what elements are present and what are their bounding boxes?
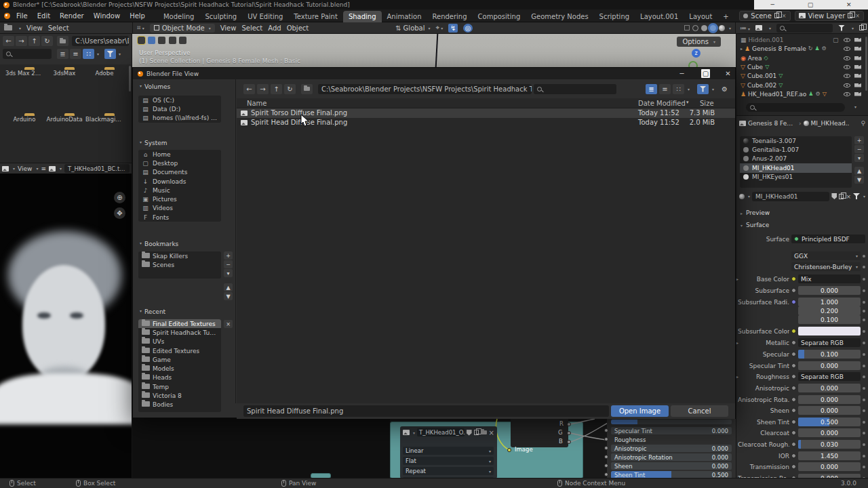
vp-menu-view[interactable]: View	[220, 24, 237, 32]
dialog-maximize-button[interactable]: ▢	[701, 69, 710, 78]
outliner-filter-icon[interactable]	[755, 25, 762, 30]
fb-path-field[interactable]: C:\Users\seabr\Docu...	[72, 36, 129, 46]
minimize-button[interactable]: ─	[770, 1, 774, 8]
clearcoat-slider[interactable]: 0.000	[798, 428, 861, 437]
recent-item[interactable]: Final Edited Textures	[138, 319, 221, 328]
camera-icon[interactable]	[854, 37, 861, 42]
principled-bsdf-node[interactable]: Specular Tint0.000 Roughness Anisotropic…	[607, 419, 736, 478]
dialog-minimize-button[interactable]: ─	[677, 69, 686, 78]
cancel-button[interactable]: Cancel	[671, 405, 728, 417]
camera-icon[interactable]	[854, 73, 861, 78]
animate-dot[interactable]	[863, 455, 865, 458]
dialog-refresh-button[interactable]: ↻	[284, 84, 296, 94]
system-section-header[interactable]: ▾System	[138, 140, 167, 146]
folder-thumbnail[interactable]: Adobe	[85, 70, 123, 77]
eye-icon[interactable]	[844, 92, 850, 96]
sheen-tint-slider[interactable]: 0.500	[798, 418, 861, 426]
camera-icon[interactable]	[854, 46, 861, 51]
camera-icon[interactable]	[854, 64, 861, 69]
fake-user-shield-icon[interactable]	[831, 193, 837, 199]
solid-shading-icon[interactable]	[701, 25, 707, 31]
editor-type-icon[interactable]	[4, 25, 12, 30]
specular-slider[interactable]: 0.100	[798, 350, 861, 359]
material-slot[interactable]: Toenails-3.007	[740, 136, 852, 145]
menu-item[interactable]: Window	[89, 11, 125, 21]
volumes-section-header[interactable]: ▾Volumes	[138, 83, 170, 90]
toggle-xray-icon[interactable]	[684, 25, 690, 30]
roughness-node-field[interactable]: Separate RGB	[798, 372, 861, 381]
recent-section-header[interactable]: ▾Recent	[138, 308, 165, 315]
animate-dot[interactable]	[863, 432, 865, 434]
anisotropic-rotation-slider[interactable]: 0.000	[798, 395, 861, 404]
volume-item[interactable]: ▤homes (\\alfred-fs) (Y:)	[138, 114, 221, 123]
sss-method-dropdown[interactable]: Christensen-Burley▾	[791, 262, 861, 271]
new-view-layer-icon[interactable]	[848, 13, 852, 18]
clearcoat-roughness-slider[interactable]: 0.030	[798, 440, 861, 449]
animate-dot[interactable]	[863, 409, 865, 412]
material-funnel-icon[interactable]	[853, 193, 860, 199]
close-button[interactable]: ✕	[846, 1, 852, 8]
dialog-forward-button[interactable]: →	[257, 84, 269, 94]
column-date[interactable]: Date Modified	[638, 100, 686, 107]
material-name-field[interactable]: MI_HKHead01	[752, 192, 829, 201]
animate-dot[interactable]	[863, 330, 865, 333]
new-scene-icon[interactable]	[774, 13, 779, 18]
file-row[interactable]: Spirit Head Diffuse Final.png Today 11:5…	[237, 118, 735, 127]
animate-dot[interactable]	[863, 443, 865, 446]
bsdf-socket[interactable]	[604, 428, 608, 432]
recent-item[interactable]: Bodies	[138, 401, 221, 409]
radius-y-slider[interactable]: 0.200	[798, 306, 861, 315]
add-bookmark-button[interactable]: +	[224, 251, 233, 260]
distribution-dropdown[interactable]: GGX▾	[791, 251, 861, 260]
workspace-tab[interactable]: Animation	[382, 11, 427, 22]
volume-item[interactable]: ▤Data (D:)	[138, 104, 221, 113]
material-slot[interactable]: Anus-2.007	[740, 155, 852, 163]
checkbox-icon[interactable]: ▢	[833, 37, 839, 43]
expand-icon[interactable]: ▸	[736, 277, 738, 281]
eye-icon[interactable]	[844, 38, 850, 42]
menu-item[interactable]: Render	[55, 11, 89, 21]
animate-dot[interactable]	[863, 319, 865, 321]
dialog-new-folder-button[interactable]	[301, 84, 313, 94]
recent-item[interactable]: Temp	[138, 382, 221, 391]
bookmark-item[interactable]: Scenes	[138, 260, 221, 269]
box-select-tool-icon[interactable]	[148, 37, 155, 44]
animate-dot[interactable]	[863, 266, 865, 268]
vp-menu-object[interactable]: Object	[287, 24, 309, 32]
outliner-row-genesis[interactable]: ▸ ♟ Genesis 8 Female ↻ ♟ ⚙	[736, 44, 868, 53]
remove-view-layer-icon[interactable]: ×	[855, 13, 860, 19]
recent-item[interactable]: Victoria 8	[138, 391, 221, 400]
breadcrumb-material[interactable]: MI_HKHead..	[811, 120, 850, 127]
move-tool-icon[interactable]	[158, 37, 165, 44]
expand-icon[interactable]: ▸	[736, 340, 738, 345]
metallic-node-field[interactable]: Separate RGB	[798, 338, 861, 347]
remove-slot-button[interactable]: −	[854, 145, 864, 153]
dialog-back-button[interactable]: ←	[243, 84, 255, 94]
options-button[interactable]: Options▾	[677, 37, 721, 47]
animate-dot[interactable]	[863, 399, 865, 401]
camera-icon[interactable]	[854, 83, 861, 87]
dialog-thumbnail-display-icon[interactable]: ∷	[673, 84, 684, 94]
socket-b[interactable]	[567, 440, 571, 444]
dialog-search-input[interactable]	[534, 84, 616, 94]
workspace-tab[interactable]: Scripting	[594, 11, 635, 22]
outliner-scrollbar[interactable]	[865, 37, 867, 91]
bsdf-row-roughness[interactable]: Roughness	[611, 436, 732, 443]
camera-icon[interactable]	[854, 92, 861, 96]
system-downloads[interactable]: ↓Downloads	[138, 177, 221, 186]
material-slot[interactable]: Genitalia-1.007	[740, 145, 852, 154]
transmission-slider[interactable]: 0.000	[798, 462, 861, 471]
workspace-tab[interactable]: Rendering	[427, 11, 472, 22]
slot-specials-button[interactable]: ▾	[854, 154, 864, 162]
workspace-tab-active[interactable]: Shading	[343, 11, 382, 22]
animate-dot[interactable]	[863, 310, 865, 312]
snap-magnet-icon[interactable]: ⌖▾	[436, 24, 443, 32]
system-fonts[interactable]: FFonts	[138, 213, 221, 222]
outliner-funnel-icon[interactable]	[838, 25, 845, 31]
surface-shader-field[interactable]: Principled BSDF	[791, 235, 865, 243]
open-image-icon[interactable]	[481, 430, 487, 434]
duplicate-material-icon[interactable]	[839, 194, 844, 199]
teal-node-fragment[interactable]	[311, 473, 331, 478]
clear-recent-button[interactable]: ×	[224, 320, 233, 328]
bookmark-move-down-button[interactable]: ▼	[224, 292, 233, 300]
